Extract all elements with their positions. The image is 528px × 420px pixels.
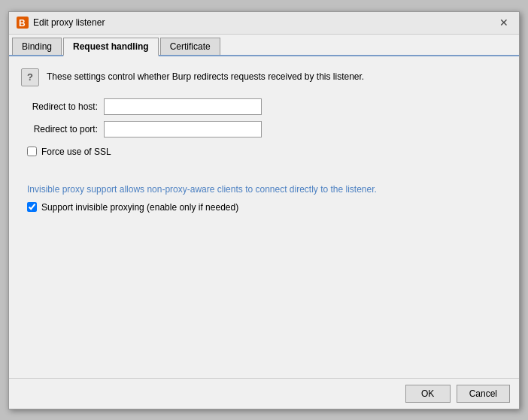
info-row: ? These settings control whether Burp re…	[21, 68, 507, 86]
cancel-button[interactable]: Cancel	[457, 385, 510, 403]
redirect-port-group: Redirect to port:	[21, 121, 507, 137]
help-icon: ?	[21, 68, 39, 86]
redirect-port-input[interactable]	[104, 121, 262, 137]
redirect-host-input[interactable]	[104, 98, 262, 115]
support-invisible-row: Support invisible proxying (enable only …	[21, 202, 507, 213]
edit-proxy-listener-dialog: B Edit proxy listener ✕ Binding Request …	[8, 11, 520, 409]
tab-bar: Binding Request handling Certificate	[9, 35, 519, 56]
redirect-port-label: Redirect to port:	[21, 124, 104, 134]
title-bar-left: B Edit proxy listener	[17, 17, 105, 29]
info-text: These settings control whether Burp redi…	[47, 68, 364, 83]
support-invisible-checkbox[interactable]	[27, 202, 37, 212]
ok-button[interactable]: OK	[405, 385, 451, 403]
tab-certificate[interactable]: Certificate	[160, 38, 220, 55]
redirect-host-group: Redirect to host:	[21, 98, 507, 115]
main-content: ? These settings control whether Burp re…	[9, 56, 519, 378]
dialog-title: Edit proxy listener	[33, 17, 105, 28]
support-invisible-label: Support invisible proxying (enable only …	[41, 202, 238, 213]
force-ssl-checkbox[interactable]	[27, 147, 37, 156]
invisible-proxy-text: Invisible proxy support allows non-proxy…	[27, 184, 377, 195]
force-ssl-row: Force use of SSL	[21, 147, 507, 157]
close-button[interactable]: ✕	[496, 17, 511, 28]
title-bar: B Edit proxy listener ✕	[9, 12, 519, 35]
force-ssl-label: Force use of SSL	[41, 147, 111, 157]
tab-binding[interactable]: Binding	[12, 38, 62, 55]
burp-icon: B	[17, 17, 29, 29]
footer: OK Cancel	[9, 378, 519, 409]
tab-request-handling[interactable]: Request handling	[63, 38, 159, 56]
redirect-host-label: Redirect to host:	[21, 101, 104, 112]
svg-text:B: B	[19, 18, 26, 29]
